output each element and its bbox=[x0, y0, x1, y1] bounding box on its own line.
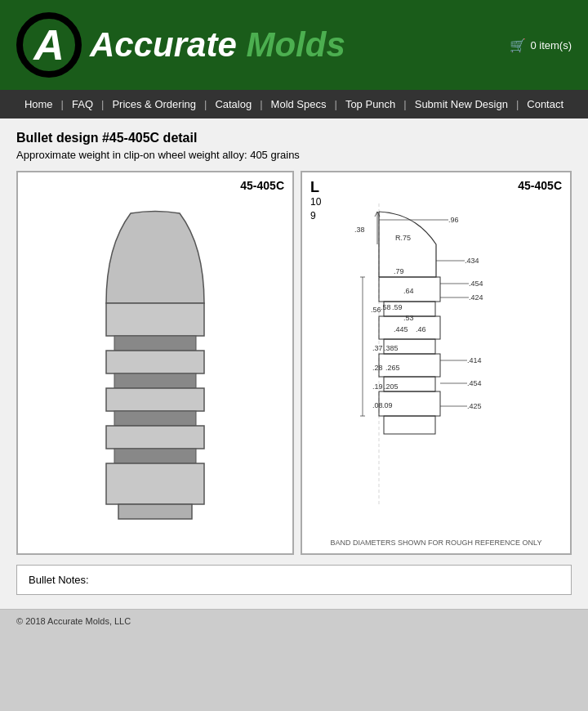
svg-text:.445: .445 bbox=[394, 325, 408, 333]
technical-drawing: .38 .96 R.75 .434 .79 bbox=[322, 195, 550, 522]
logo-area: A Accurate Molds bbox=[16, 12, 345, 78]
cart-area[interactable]: 🛒 0 item(s) bbox=[510, 38, 572, 53]
svg-text:.08: .08 bbox=[372, 401, 383, 409]
number-10: 10 bbox=[310, 195, 321, 209]
svg-rect-6 bbox=[106, 426, 204, 449]
svg-text:.434: .434 bbox=[465, 257, 479, 265]
svg-rect-1 bbox=[114, 336, 196, 351]
nav-faq[interactable]: FAQ bbox=[65, 90, 100, 118]
svg-rect-3 bbox=[114, 373, 196, 388]
right-numbers: 10 9 bbox=[310, 195, 321, 223]
svg-text:.59: .59 bbox=[392, 303, 403, 311]
svg-text:.424: .424 bbox=[469, 293, 483, 302]
header: A Accurate Molds 🛒 0 item(s) bbox=[0, 0, 588, 90]
left-diagram-label: 45-405C bbox=[240, 179, 284, 192]
svg-text:.46: .46 bbox=[416, 325, 426, 333]
left-diagram: 45-405C bbox=[16, 171, 294, 555]
nav-prices[interactable]: Prices & Ordering bbox=[105, 90, 203, 118]
main-content: Bullet design #45-405C detail Approximat… bbox=[0, 118, 588, 609]
nav-mold-specs[interactable]: Mold Specs bbox=[265, 90, 333, 118]
nav-contact[interactable]: Contact bbox=[520, 90, 570, 118]
svg-text:.53: .53 bbox=[403, 314, 414, 322]
svg-text:R.75: R.75 bbox=[395, 234, 411, 242]
svg-rect-7 bbox=[114, 449, 196, 463]
svg-line-12 bbox=[375, 212, 377, 217]
right-diagram: L 10 9 45-405C .38 bbox=[301, 171, 572, 555]
svg-text:.454: .454 bbox=[469, 279, 483, 288]
svg-rect-5 bbox=[114, 411, 196, 426]
nav-top-punch[interactable]: Top Punch bbox=[339, 90, 402, 118]
svg-rect-54 bbox=[384, 416, 435, 434]
nav-submit[interactable]: Submit New Design bbox=[408, 90, 514, 118]
nav-home[interactable]: Home bbox=[18, 90, 60, 118]
nav: Home | FAQ | Prices & Ordering | Catalog… bbox=[0, 90, 588, 118]
svg-text:.96: .96 bbox=[448, 216, 459, 224]
svg-text:.37: .37 bbox=[372, 344, 383, 352]
svg-rect-9 bbox=[118, 504, 192, 519]
cart-icon: 🛒 bbox=[510, 38, 526, 53]
logo-letter: A bbox=[33, 24, 65, 66]
logo-accurate: Accurate bbox=[90, 25, 237, 64]
footer: © 2018 Accurate Molds, LLC bbox=[0, 609, 588, 633]
svg-rect-2 bbox=[106, 351, 204, 373]
weight-info: Approximate weight in clip-on wheel weig… bbox=[16, 149, 572, 161]
svg-text:.64: .64 bbox=[403, 287, 414, 295]
svg-rect-0 bbox=[106, 303, 204, 336]
svg-text:.79: .79 bbox=[394, 267, 404, 275]
svg-text:.28: .28 bbox=[372, 364, 383, 372]
footer-text: © 2018 Accurate Molds, LLC bbox=[16, 616, 131, 626]
band-note: BAND DIAMETERS SHOWN FOR ROUGH REFERENCE… bbox=[331, 539, 542, 547]
svg-text:.265: .265 bbox=[385, 364, 400, 372]
svg-text:.19: .19 bbox=[372, 382, 383, 391]
nav-catalog[interactable]: Catalog bbox=[208, 90, 258, 118]
svg-text:.56: .56 bbox=[371, 306, 381, 314]
svg-text:.385: .385 bbox=[384, 344, 399, 352]
number-9: 9 bbox=[310, 209, 321, 223]
svg-text:.205: .205 bbox=[384, 382, 399, 391]
svg-rect-8 bbox=[106, 463, 204, 504]
svg-text:.09: .09 bbox=[382, 401, 393, 409]
svg-text:.38: .38 bbox=[354, 226, 365, 234]
notes-label: Bullet Notes: bbox=[29, 574, 89, 586]
notes-box: Bullet Notes: bbox=[16, 565, 572, 595]
right-l-label: L bbox=[310, 179, 319, 196]
right-diagram-label: 45-405C bbox=[518, 179, 562, 192]
logo-circle: A bbox=[16, 12, 82, 78]
page-title: Bullet design #45-405C detail bbox=[16, 131, 572, 145]
bullet-drawing bbox=[74, 205, 237, 532]
svg-text:.425: .425 bbox=[467, 402, 482, 410]
svg-text:.454: .454 bbox=[467, 379, 482, 387]
svg-text:.58: .58 bbox=[381, 303, 391, 311]
cart-text: 0 item(s) bbox=[530, 39, 572, 51]
diagrams-row: 45-405C bbox=[16, 171, 572, 555]
logo-text: Accurate Molds bbox=[90, 25, 345, 65]
svg-rect-4 bbox=[106, 388, 204, 411]
svg-text:.414: .414 bbox=[467, 356, 482, 364]
logo-molds: Molds bbox=[237, 25, 345, 64]
